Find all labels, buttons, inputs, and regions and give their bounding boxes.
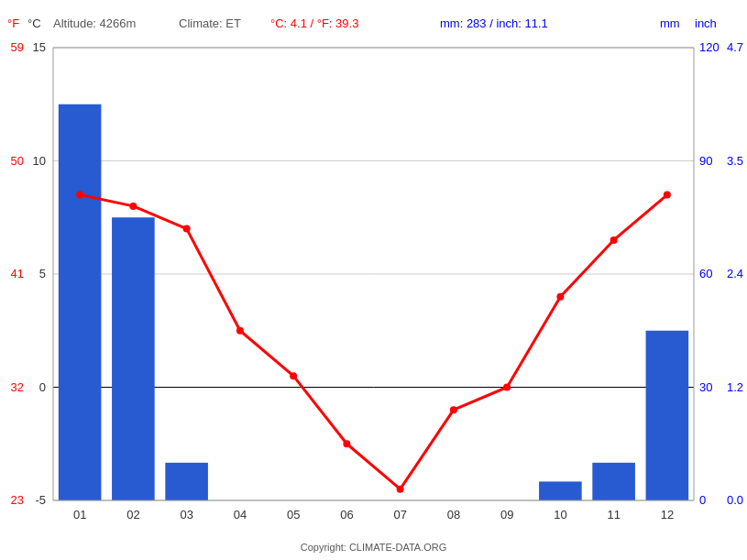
chart-canvas	[0, 0, 747, 560]
chart-container	[0, 0, 747, 560]
